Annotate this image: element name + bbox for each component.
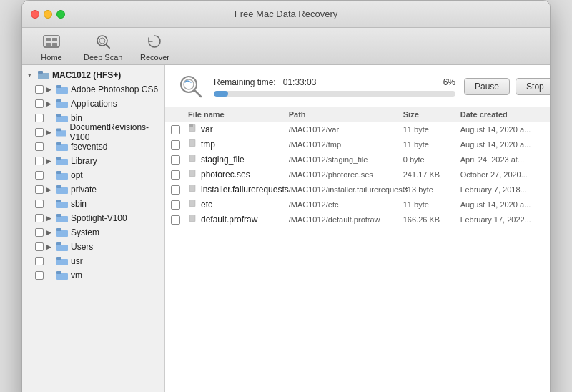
row-checkbox[interactable] <box>171 125 180 134</box>
fseventsd-label: fseventsd <box>71 142 107 152</box>
sidebar-item-users[interactable]: ▶ Users <box>22 240 164 254</box>
docrevisions-checkbox[interactable] <box>35 128 44 137</box>
progress-percent: 6% <box>443 77 455 87</box>
sidebar-item-sbin[interactable]: sbin <box>22 197 164 211</box>
users-label: Users <box>71 242 93 252</box>
users-arrow: ▶ <box>46 243 54 250</box>
docrevisions-arrow: ▶ <box>46 129 54 136</box>
table-row[interactable]: default.profraw /MAC1012/default.profraw… <box>165 212 551 227</box>
svg-rect-29 <box>56 214 61 217</box>
row-checkbox[interactable] <box>171 185 180 195</box>
svg-rect-32 <box>56 245 68 251</box>
cell-size: 313 byte <box>403 185 460 194</box>
root-drive-icon <box>38 71 49 79</box>
sidebar-item-vm[interactable]: vm <box>22 268 164 283</box>
sidebar-item-spotlight[interactable]: ▶ Spotlight-V100 <box>22 211 164 225</box>
window-title: Free Mac Data Recovery <box>235 9 338 19</box>
sbin-folder-icon <box>56 200 68 208</box>
stop-button[interactable]: Stop <box>516 78 551 95</box>
sidebar-item-docrevisions[interactable]: ▶ DocumentRevisions-V100 <box>22 125 164 139</box>
close-button[interactable] <box>31 10 39 19</box>
filename-col-header: File name <box>188 110 289 119</box>
cell-size: 11 byte <box>403 125 460 134</box>
library-checkbox[interactable] <box>35 157 44 165</box>
applications-arrow: ▶ <box>46 100 54 107</box>
table-row[interactable]: photorec.ses /MAC1012/photorec.ses 241.1… <box>165 167 551 182</box>
svg-rect-16 <box>56 130 66 136</box>
table-header: File name Path Size Date created <box>165 107 551 122</box>
system-folder-icon <box>56 228 68 237</box>
sidebar-item-usr[interactable]: usr <box>22 254 164 268</box>
cell-filename: default.profraw <box>188 215 289 225</box>
table-row[interactable]: tmp /MAC1012/tmp 11 byte August 14, 2020… <box>165 137 551 152</box>
svg-rect-43 <box>189 139 195 147</box>
home-toolbar-button[interactable]: Home <box>34 31 69 62</box>
svg-rect-37 <box>56 271 61 274</box>
row-checkbox[interactable] <box>171 215 180 225</box>
cell-size: 241.17 KB <box>403 170 460 179</box>
content-area: Remaining time: 01:33:03 6% Pause Stop <box>165 65 551 392</box>
cell-filename: installer.failurerequests <box>188 185 289 195</box>
svg-rect-9 <box>38 71 43 74</box>
usr-label: usr <box>71 256 83 266</box>
table-row[interactable]: etc /MAC1012/etc 11 byte August 14, 2020… <box>165 197 551 212</box>
progress-buttons: Pause Stop <box>464 78 551 95</box>
date-col-header: Date created <box>460 110 551 119</box>
spotlight-checkbox[interactable] <box>35 214 44 222</box>
sidebar-item-system[interactable]: ▶ System <box>22 225 164 240</box>
library-folder-icon <box>56 157 68 165</box>
row-checkbox[interactable] <box>171 170 180 180</box>
sidebar-item-private[interactable]: ▶ private <box>22 182 164 197</box>
row-checkbox[interactable] <box>171 200 180 210</box>
svg-rect-26 <box>56 202 68 208</box>
bin-checkbox[interactable] <box>35 114 44 122</box>
vm-checkbox[interactable] <box>35 271 44 280</box>
usr-checkbox[interactable] <box>35 257 44 265</box>
svg-rect-33 <box>56 242 61 245</box>
file-icon <box>188 200 198 210</box>
svg-rect-25 <box>56 185 61 188</box>
recover-toolbar-button[interactable]: Recover <box>137 31 172 62</box>
opt-checkbox[interactable] <box>35 171 44 180</box>
system-label: System <box>71 227 99 237</box>
file-icon <box>188 170 198 180</box>
table-row[interactable]: staging_file /MAC1012/staging_file 0 byt… <box>165 152 551 167</box>
svg-rect-20 <box>56 159 68 165</box>
table-row[interactable]: installer.failurerequests /MAC1012/insta… <box>165 182 551 197</box>
sidebar-item-adobe[interactable]: ▶ Adobe Photoshop CS6 <box>22 82 164 97</box>
sidebar-item-opt[interactable]: opt <box>22 168 164 182</box>
maximize-button[interactable] <box>56 10 65 19</box>
sidebar-item-library[interactable]: ▶ Library <box>22 154 164 168</box>
fseventsd-checkbox[interactable] <box>35 142 44 151</box>
private-checkbox[interactable] <box>35 185 44 194</box>
users-checkbox[interactable] <box>35 242 44 251</box>
table-row[interactable]: var /MAC1012/var 11 byte August 14, 2020… <box>165 122 551 137</box>
sidebar-root[interactable]: ▾ MAC1012 (HFS+) <box>22 68 164 82</box>
svg-rect-24 <box>56 187 68 194</box>
private-label: private <box>71 185 97 195</box>
vm-folder-icon <box>56 271 68 280</box>
library-arrow: ▶ <box>46 157 54 165</box>
sidebar-item-applications[interactable]: ▶ Applications <box>22 97 164 111</box>
cell-filename: var <box>188 124 289 134</box>
pause-button[interactable]: Pause <box>464 78 510 95</box>
svg-rect-48 <box>189 215 195 222</box>
row-checkbox[interactable] <box>171 155 180 165</box>
svg-line-7 <box>106 44 109 48</box>
progress-info: Remaining time: 01:33:03 6% <box>214 77 455 97</box>
sbin-checkbox[interactable] <box>35 200 44 208</box>
deep-scan-toolbar-button[interactable]: Deep Scan <box>84 31 122 62</box>
row-checkbox[interactable] <box>171 140 180 150</box>
cell-path: /MAC1012/installer.failurerequests <box>289 185 403 194</box>
file-table: File name Path Size Date created var <box>165 107 551 392</box>
minimize-button[interactable] <box>44 10 52 19</box>
svg-rect-14 <box>56 116 68 122</box>
system-checkbox[interactable] <box>35 228 44 237</box>
svg-rect-17 <box>56 129 61 132</box>
cell-path: /MAC1012/default.profraw <box>289 215 403 224</box>
svg-rect-34 <box>56 259 68 265</box>
svg-rect-46 <box>189 185 195 192</box>
applications-checkbox[interactable] <box>35 99 44 108</box>
adobe-checkbox[interactable] <box>35 85 44 94</box>
cell-filename: staging_file <box>188 155 289 165</box>
